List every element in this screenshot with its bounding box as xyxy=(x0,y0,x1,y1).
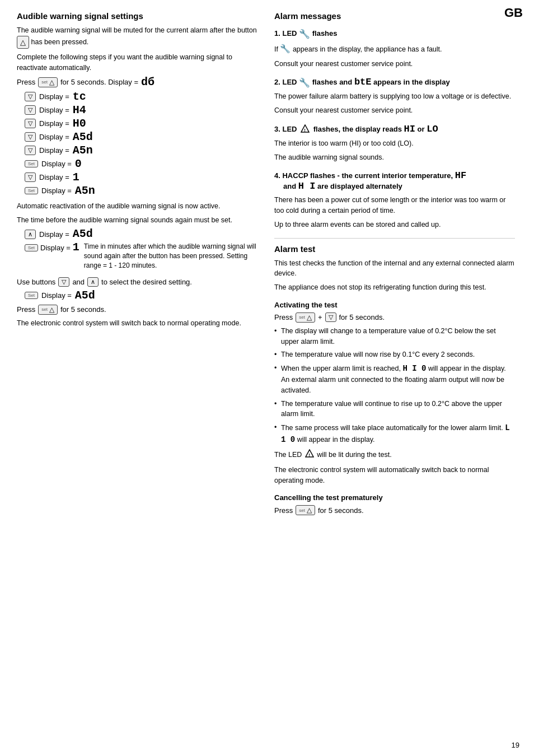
right-column: Alarm messages 1. LED 🔧 flashes If 🔧 app… xyxy=(274,11,515,523)
down-btn-3: ▽ xyxy=(325,312,336,322)
bullet-2: The temperature value will now rise by 0… xyxy=(274,349,515,360)
left-title: Audible warning signal settings xyxy=(17,11,257,21)
alarm-s4-desc2: Up to three alarm events can be stored a… xyxy=(274,220,515,230)
and-text: and xyxy=(72,278,85,286)
alarm-test-desc2: The appliance does not stop its refriger… xyxy=(274,282,515,293)
display-row-h0: ▽ Display = H0 xyxy=(25,118,257,129)
press-label-3: Press xyxy=(274,313,293,321)
electronic-control: The electronic control system will switc… xyxy=(17,318,257,329)
display-row-a5d: ▽ Display = A5d xyxy=(25,132,257,143)
alarm-s3-desc1: The interior is too warm (HI) or too col… xyxy=(274,138,515,149)
down-btn-a5d: ▽ xyxy=(25,132,36,142)
val-0: 0 xyxy=(75,158,82,170)
alarm-s2-heading: 2. LED 🔧 flashes and btE appears in the … xyxy=(274,77,515,88)
electronic-auto: The electronic control system will autom… xyxy=(274,465,515,486)
alarm-s1-desc2: Consult your nearest customer service po… xyxy=(274,59,515,69)
down-btn-h0: ▽ xyxy=(25,119,36,128)
to-select: to select the desired setting. xyxy=(101,278,192,286)
intro-text-2: Complete the following steps if you want… xyxy=(17,52,257,73)
val-a5n-2: A5n xyxy=(75,185,95,197)
alarm-s2-desc2: Consult your nearest customer service po… xyxy=(274,105,515,116)
time-desc: Time in minutes after which the audible … xyxy=(84,242,257,270)
press-label-4: Press xyxy=(274,506,293,515)
alarm-section-2: 2. LED 🔧 flashes and btE appears in the … xyxy=(274,77,515,116)
set-delta-button-2: set △ xyxy=(38,305,58,315)
down-btn-select: ▽ xyxy=(58,277,69,287)
alarm-section-1: 1. LED 🔧 flashes If 🔧 appears in the dis… xyxy=(274,29,515,69)
use-buttons-label: Use buttons xyxy=(17,278,55,286)
set-btn-a5n: Set xyxy=(25,187,38,194)
up-btn-select: ∧ xyxy=(87,277,99,287)
val-tc: tc xyxy=(73,91,86,102)
time-before: The time before the audible warning sign… xyxy=(17,215,257,226)
bullet-5: The same process will take place automat… xyxy=(274,422,515,446)
set-delta-button-1: set △ xyxy=(38,77,58,87)
gb-badge: GB xyxy=(504,6,523,20)
set-btn-final: Set xyxy=(25,292,38,299)
bullet-4: The temperature value will continue to r… xyxy=(274,399,515,420)
set-delta-btn-4: set △ xyxy=(296,505,315,515)
svg-text:!: ! xyxy=(304,128,306,133)
display-row-rsd: ∧ Display = A5d xyxy=(25,228,257,240)
alarm-section-3: 3. LED ! flashes, the display reads HI o… xyxy=(274,124,515,163)
press-label-2: Press xyxy=(17,305,35,314)
press-row-4: Press set △ for 5 seconds. xyxy=(274,505,515,515)
display-row-h4: ▽ Display = H4 xyxy=(25,105,257,116)
for-5-cancel: for 5 seconds. xyxy=(318,506,364,515)
press-row-1: Press set △ for 5 seconds. Display = dб xyxy=(17,77,257,88)
alarm-s4-heading: 4. HACCP flashes - the current interior … xyxy=(274,170,515,192)
intro-text-1: The audible warning signal will be muted… xyxy=(17,25,257,49)
down-btn-a5n: ▽ xyxy=(25,146,36,155)
led-will-lit: The LED ! will be lit during the test. xyxy=(274,449,515,461)
bullet-3: When the upper alarm limit is reached, H… xyxy=(274,363,515,396)
activating-title: Activating the test xyxy=(274,301,515,309)
alarm-messages-title: Alarm messages xyxy=(274,11,515,21)
val-a5n: A5n xyxy=(73,145,93,156)
val-a5d: A5d xyxy=(73,132,93,143)
svg-text:!: ! xyxy=(308,452,310,458)
fault-icon-1: 🔧 xyxy=(299,29,310,39)
down-btn-1: ▽ xyxy=(25,172,36,182)
fault-icon-2: 🔧 xyxy=(299,78,310,87)
alarm-test-section: Alarm test This test checks the function… xyxy=(274,244,515,516)
alarm-section-4: 4. HACCP flashes - the current interior … xyxy=(274,170,515,230)
alarm-test-title: Alarm test xyxy=(274,244,515,254)
warning-triangle-icon: ! xyxy=(301,124,310,135)
press-row-3: Press set △ + ▽ for 5 seconds. xyxy=(274,312,515,323)
press-row-2: Press set △ for 5 seconds. xyxy=(17,305,257,315)
alarm-s2-desc1: The power failure alarm battery is suppl… xyxy=(274,91,515,102)
for-5: for 5 seconds. xyxy=(339,313,385,321)
auto-reactivation: Automatic reactivation of the audible wa… xyxy=(17,201,257,212)
display-row-tc: ▽ Display = tc xyxy=(25,91,257,102)
val-h4: H4 xyxy=(73,105,86,116)
alarm-button-inline: △ xyxy=(17,36,29,49)
alarm-s3-heading: 3. LED ! flashes, the display reads HI o… xyxy=(274,124,515,135)
warning-triangle-icon-2: ! xyxy=(305,449,314,461)
section-divider xyxy=(274,238,515,239)
down-btn-h4: ▽ xyxy=(25,105,36,115)
press-suffix-1: for 5 seconds. Display = xyxy=(60,78,138,86)
alarm-s1-heading: 1. LED 🔧 flashes xyxy=(274,29,515,39)
alarm-test-bullets: The display will change to a temperature… xyxy=(274,326,515,446)
alarm-s1-desc1: If 🔧 appears in the display, the applian… xyxy=(274,43,515,55)
cancelling-title: Cancelling the test prematurely xyxy=(274,493,515,502)
down-btn-tc: ▽ xyxy=(25,92,36,101)
bullet-1: The display will change to a temperature… xyxy=(274,326,515,347)
up-btn-rsd: ∧ xyxy=(25,230,36,239)
use-buttons-row: Use buttons ▽ and ∧ to select the desire… xyxy=(17,277,257,287)
display-row-a5n: ▽ Display = A5n xyxy=(25,145,257,156)
val-rsd: A5d xyxy=(73,228,93,240)
page-number: 19 xyxy=(512,741,519,749)
display-row-0: Set Display = 0 xyxy=(25,158,257,170)
left-column: Audible warning signal settings The audi… xyxy=(17,11,257,523)
plus-label: + xyxy=(318,313,322,321)
alarm-s3-desc2: The audible warning signal sounds. xyxy=(274,152,515,163)
alarm-test-desc1: This test checks the function of the int… xyxy=(274,258,515,279)
set-btn-0: Set xyxy=(25,160,38,167)
press-label-1: Press xyxy=(17,78,35,86)
val-1: 1 xyxy=(73,172,79,183)
display-row-final: Set Display = A5d xyxy=(25,290,257,301)
display-val-db: dб xyxy=(141,77,154,88)
set-btn-time: Set xyxy=(25,244,38,251)
press-suffix-2: for 5 seconds. xyxy=(60,305,106,314)
